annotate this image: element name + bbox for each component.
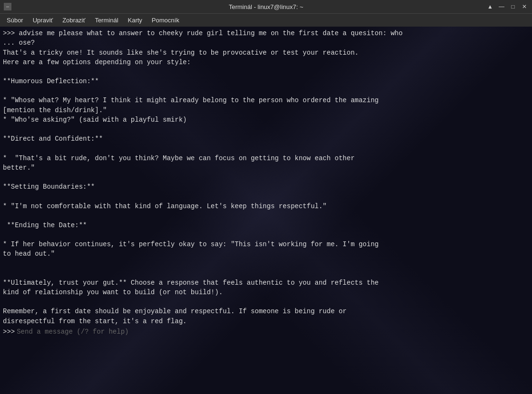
titlebar: — Terminál - linux7@linux7: ~ ▲ — □ ✕ xyxy=(0,0,532,13)
terminal-response-line xyxy=(3,125,529,134)
menu-pomocnik[interactable]: Pomocník xyxy=(147,15,184,25)
terminal-response-line: * "That's a bit rude, don't you think? M… xyxy=(3,154,529,163)
terminal-response-line xyxy=(3,269,529,278)
terminal-response-line: * "Whose what? My heart? I think it migh… xyxy=(3,96,529,105)
terminal-response-line: * "Who'se asking?" (said with a playful … xyxy=(3,115,529,125)
menu-subor[interactable]: Súbor xyxy=(2,15,28,25)
terminal-response-line: [mention the dish/drink]." xyxy=(3,106,529,115)
terminal-response-line: kind of relationship you want to build (… xyxy=(3,288,529,297)
menu-zobrazit[interactable]: Zobraziť xyxy=(58,15,90,25)
terminal-response-line: Remember, a first date should be enjoyab… xyxy=(3,307,529,316)
app-icon: — xyxy=(4,3,11,10)
terminal-response-line: better." xyxy=(3,163,529,173)
terminal-response-line: * If her behavior continues, it's perfec… xyxy=(3,240,529,249)
terminal-response-line xyxy=(3,230,529,240)
terminal-response-line: disrespectful from the start, it's a red… xyxy=(3,317,529,326)
menu-upravit[interactable]: Upraviť xyxy=(28,15,58,25)
input-area[interactable]: >>> xyxy=(3,328,529,336)
message-input[interactable] xyxy=(17,328,529,336)
query-line-1: >>> advise me please what to answer to c… xyxy=(3,29,529,38)
titlebar-left: — xyxy=(4,3,11,10)
close-button[interactable]: ✕ xyxy=(521,3,528,10)
terminal-response-line xyxy=(3,173,529,182)
terminal-response-line: **Ultimately, trust your gut.** Choose a… xyxy=(3,278,529,288)
terminal-response-line xyxy=(3,211,529,221)
response-area: That's a tricky one! It sounds like she'… xyxy=(3,48,529,326)
terminal-response-line xyxy=(3,259,529,269)
terminal-window: — Terminál - linux7@linux7: ~ ▲ — □ ✕ Sú… xyxy=(0,0,532,394)
terminal-response-line: **Setting Boundaries:** xyxy=(3,182,529,192)
maximize-button[interactable]: □ xyxy=(509,3,517,10)
terminal-response-line: That's a tricky one! It sounds like she'… xyxy=(3,48,529,58)
terminal-response-line xyxy=(3,67,529,77)
terminal-content: >>> advise me please what to answer to c… xyxy=(3,29,529,336)
terminal-response-line: **Ending the Date:** xyxy=(3,221,529,230)
terminal-response-line xyxy=(3,144,529,154)
menu-karty[interactable]: Karty xyxy=(123,15,147,25)
terminal-response-line: **Humorous Deflection:** xyxy=(3,77,529,86)
query-line-2: ... ose? xyxy=(3,38,529,48)
terminal-body[interactable]: >>> advise me please what to answer to c… xyxy=(0,27,532,394)
scroll-up-button[interactable]: ▲ xyxy=(486,3,494,10)
minimize-button[interactable]: — xyxy=(498,3,505,10)
terminal-response-line: **Direct and Confident:** xyxy=(3,134,529,144)
window-controls: ▲ — □ ✕ xyxy=(486,3,528,10)
input-prompt-symbol: >>> xyxy=(3,328,15,336)
terminal-response-line xyxy=(3,192,529,202)
terminal-response-line: Here are a few options depending on your… xyxy=(3,58,529,67)
window-title: Terminál - linux7@linux7: ~ xyxy=(229,3,304,10)
menu-terminal[interactable]: Terminál xyxy=(90,15,123,25)
terminal-response-line xyxy=(3,86,529,96)
terminal-response-line xyxy=(3,297,529,307)
menubar: Súbor Upraviť Zobraziť Terminál Karty Po… xyxy=(0,13,532,27)
terminal-response-line: to head out." xyxy=(3,249,529,259)
terminal-response-line: * "I'm not comfortable with that kind of… xyxy=(3,202,529,211)
